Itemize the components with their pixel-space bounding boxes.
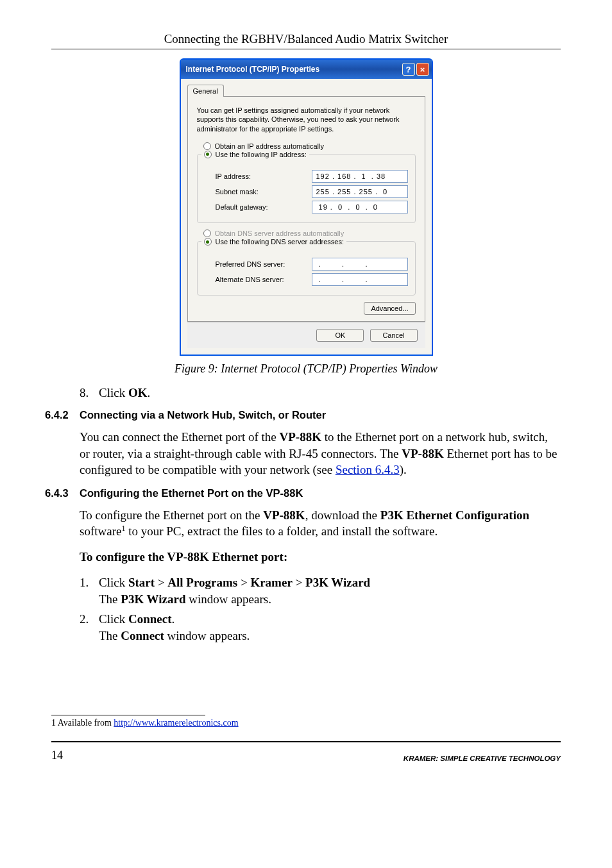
step-text: Click OK. <box>99 386 150 400</box>
radio-label: Use the following DNS server addresses: <box>216 238 344 246</box>
dialog-title: Internet Protocol (TCP/IP) Properties <box>186 65 320 74</box>
preferred-dns-input[interactable] <box>312 258 408 271</box>
subnet-mask-input[interactable] <box>312 185 408 198</box>
label-ip-address: IP address: <box>216 172 312 180</box>
ip-address-input[interactable] <box>312 170 408 183</box>
radio-use-dns[interactable] <box>204 238 212 246</box>
section-number: 6.4.3 <box>45 487 80 499</box>
section-number: 6.4.2 <box>45 409 80 421</box>
dialog-screenshot: Internet Protocol (TCP/IP) Properties ? … <box>51 58 561 356</box>
list-number: 2. <box>80 611 99 644</box>
label-default-gateway: Default gateway: <box>216 203 312 211</box>
radio-label: Obtain an IP address automatically <box>215 142 324 150</box>
help-icon[interactable]: ? <box>402 63 415 76</box>
list-text: Click Connect. The Connect window appear… <box>99 611 250 644</box>
step-8: 8. Click OK. <box>80 386 561 400</box>
label-subnet-mask: Subnet mask: <box>216 188 312 196</box>
cancel-button[interactable]: Cancel <box>370 329 418 342</box>
radio-use-ip[interactable] <box>204 151 212 158</box>
default-gateway-input[interactable] <box>312 201 408 213</box>
radio-obtain-ip-auto[interactable] <box>203 142 211 150</box>
footnote-separator <box>51 715 205 715</box>
heading-6-4-2: 6.4.2 Connecting via a Network Hub, Swit… <box>51 409 561 421</box>
list-number: 1. <box>80 574 99 607</box>
footer-rule <box>51 741 561 742</box>
tab-panel-general: You can get IP settings assigned automat… <box>187 96 425 322</box>
list-item: 1. Click Start > All Programs > Kramer >… <box>80 574 561 607</box>
dialog-titlebar: Internet Protocol (TCP/IP) Properties ? … <box>181 60 432 79</box>
radio-label: Obtain DNS server address automatically <box>215 230 344 237</box>
page-header: Connecting the RGBHV/Balanced Audio Matr… <box>51 32 561 49</box>
section-title: Configuring the Ethernet Port on the VP-… <box>80 487 303 499</box>
list-number: 8. <box>80 386 99 400</box>
heading-6-4-3: 6.4.3 Configuring the Ethernet Port on t… <box>51 487 561 499</box>
procedure-intro: To configure the VP-88K Ethernet port: <box>80 549 561 565</box>
dns-group: Use the following DNS server addresses: … <box>197 241 416 296</box>
page-footer: 14 KRAMER: SIMPLE CREATIVE TECHNOLOGY <box>51 749 561 762</box>
footnote: 1 Available from http://www.kramerelectr… <box>51 718 561 728</box>
footnote-link[interactable]: http://www.kramerelectronics.com <box>114 718 238 728</box>
ok-button[interactable]: OK <box>316 329 364 342</box>
footer-brand: KRAMER: SIMPLE CREATIVE TECHNOLOGY <box>404 755 561 762</box>
figure-caption: Figure 9: Internet Protocol (TCP/IP) Pro… <box>51 362 561 376</box>
radio-obtain-dns-auto <box>203 230 211 237</box>
radio-label: Use the following IP address: <box>216 151 307 158</box>
tab-general[interactable]: General <box>187 85 224 97</box>
page-number: 14 <box>51 749 63 762</box>
alternate-dns-input[interactable] <box>312 273 408 286</box>
dialog-description: You can get IP settings assigned automat… <box>197 106 416 133</box>
paragraph: To configure the Ethernet port on the VP… <box>80 507 561 540</box>
close-icon[interactable]: × <box>416 63 429 76</box>
list-item: 2. Click Connect. The Connect window app… <box>80 611 561 644</box>
section-link[interactable]: Section 6.4.3 <box>336 463 400 476</box>
paragraph: You can connect the Ethernet port of the… <box>80 429 561 478</box>
label-alternate-dns: Alternate DNS server: <box>216 276 312 283</box>
ip-address-group: Use the following IP address: IP address… <box>197 154 416 224</box>
tcpip-properties-dialog: Internet Protocol (TCP/IP) Properties ? … <box>180 58 433 356</box>
advanced-button[interactable]: Advanced... <box>364 302 415 315</box>
label-preferred-dns: Preferred DNS server: <box>216 260 312 268</box>
list-text: Click Start > All Programs > Kramer > P3… <box>99 574 370 607</box>
section-title: Connecting via a Network Hub, Switch, or… <box>80 409 326 421</box>
